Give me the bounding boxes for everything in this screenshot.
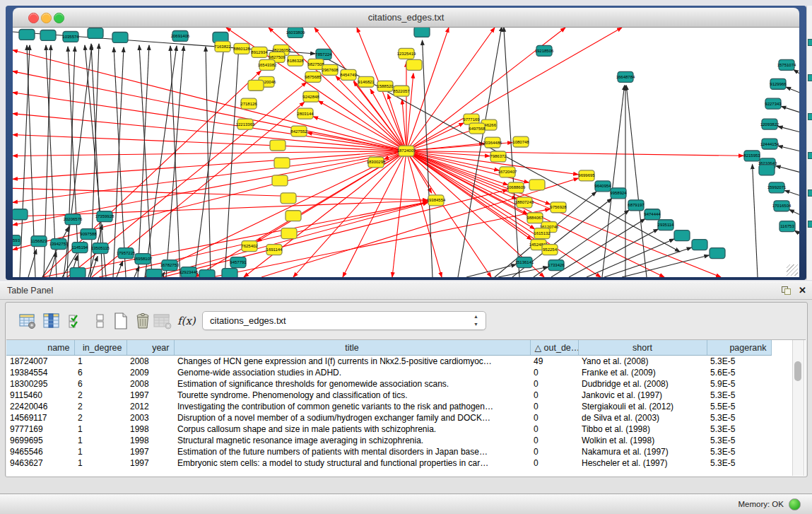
delete-table-icon[interactable] xyxy=(153,312,171,330)
table-row[interactable]: 1830029562008Estimation of significance … xyxy=(6,378,771,390)
table-cell: 0 xyxy=(530,446,578,457)
network-node[interactable] xyxy=(710,248,725,259)
trash-icon[interactable] xyxy=(134,312,152,330)
table-cell: 14569117 xyxy=(6,412,74,424)
table-cell: 9115460 xyxy=(6,390,74,401)
stacked-boxes-icon[interactable] xyxy=(91,312,110,330)
network-node-label: 9474444 xyxy=(644,212,661,216)
network-edge xyxy=(781,106,799,112)
network-node-label: 2935114 xyxy=(658,223,675,227)
network-node[interactable] xyxy=(272,175,288,186)
scrollbar-thumb[interactable] xyxy=(794,361,801,381)
table-column-icon[interactable] xyxy=(42,312,61,330)
network-edge xyxy=(163,189,507,277)
network-edge xyxy=(794,69,799,73)
network-node[interactable] xyxy=(674,230,690,241)
network-node-label: 1733426 xyxy=(548,263,565,267)
network-node-label: 20206576 xyxy=(64,217,83,221)
column-header-in_degree[interactable]: in_degree xyxy=(74,340,126,356)
table-cell: 9465546 xyxy=(6,446,74,457)
table-select-dropdown[interactable]: citations_edges.txt ▲▼ xyxy=(202,311,486,330)
table-scrollbar[interactable] xyxy=(792,340,804,476)
network-window-titlebar[interactable]: citations_edges.txt xyxy=(13,8,799,28)
column-header-title[interactable]: title xyxy=(174,340,530,356)
network-node[interactable] xyxy=(222,269,237,277)
network-node-label: 20364486 xyxy=(483,141,502,145)
network-canvas[interactable]: 1872400710355742069140616033809785722488… xyxy=(13,28,799,277)
network-node[interactable] xyxy=(270,140,286,151)
table-row[interactable]: 977716911998Corpus callosum shape and si… xyxy=(6,424,771,435)
network-node-label: 15136141 xyxy=(515,260,534,264)
network-node-label: 9227343 xyxy=(765,102,782,106)
network-edge xyxy=(778,146,799,151)
network-node-label: 8522057 xyxy=(393,89,410,93)
network-node[interactable] xyxy=(414,28,430,37)
network-node-label: 9457791 xyxy=(230,260,247,264)
new-document-icon[interactable] xyxy=(112,312,130,330)
row-checks-icon[interactable] xyxy=(67,312,86,330)
table-cell: 5.3E-5 xyxy=(707,390,771,401)
network-edge xyxy=(406,28,622,151)
table-cell: 9699695 xyxy=(6,435,74,446)
network-node[interactable] xyxy=(248,80,264,90)
column-header-short[interactable]: short xyxy=(578,340,707,356)
close-panel-icon[interactable]: ✕ xyxy=(799,285,806,296)
float-panel-icon[interactable] xyxy=(782,286,791,295)
table-cell: Embryonic stem cells: a model to study s… xyxy=(174,457,530,469)
table-cell: 2 xyxy=(74,390,126,401)
table-cell: 2003 xyxy=(126,412,174,424)
network-node-label: 6497568 xyxy=(469,127,486,131)
table-panel: Table Panel ✕ xyxy=(0,281,812,493)
table-row[interactable]: 969969511998Structural magnetic resonanc… xyxy=(6,435,771,446)
network-node[interactable] xyxy=(406,59,422,70)
network-node[interactable] xyxy=(692,240,707,250)
network-edge xyxy=(212,209,550,277)
network-node[interactable] xyxy=(759,165,775,175)
table-cell: 0 xyxy=(530,412,578,424)
table-settings-icon[interactable] xyxy=(18,312,37,330)
column-header-name[interactable]: name xyxy=(6,340,74,356)
table-cell: 0 xyxy=(530,367,578,378)
table-row[interactable]: 1456911722003Disruption of a novel membe… xyxy=(6,412,771,424)
network-edge xyxy=(753,164,758,277)
table-row[interactable]: 946554611997Estimation of the future num… xyxy=(6,446,771,457)
table-row[interactable]: 1938455462009Genome-wide association stu… xyxy=(6,367,771,378)
network-node-label: 9146821 xyxy=(358,80,375,84)
network-node[interactable] xyxy=(281,228,297,239)
network-node-label: 12923446 xyxy=(180,270,199,274)
function-icon[interactable]: f(x) xyxy=(177,312,196,330)
network-edge xyxy=(134,267,139,277)
memory-status-indicator[interactable] xyxy=(789,498,801,510)
network-node[interactable] xyxy=(199,270,215,277)
network-node[interactable] xyxy=(286,211,301,221)
table-row[interactable]: 1872400712008Changes of HCN gene express… xyxy=(6,356,771,368)
network-node-label: 12325419 xyxy=(397,52,416,56)
network-node[interactable] xyxy=(19,29,35,40)
table-cell: 2 xyxy=(74,412,126,424)
network-window: citations_edges.txt 18724007103557420691… xyxy=(6,6,806,280)
table-row[interactable]: 2242004622012Investigating the contribut… xyxy=(6,401,771,412)
network-node-label: 1035574 xyxy=(62,35,79,39)
network-node[interactable] xyxy=(529,180,545,190)
network-node[interactable] xyxy=(70,268,86,277)
table-row[interactable]: 911546021997Tourette syndrome. Phenomeno… xyxy=(6,390,771,401)
table-row[interactable]: 946362711997Embryonic stem cells: a mode… xyxy=(6,457,771,469)
network-edge xyxy=(114,47,126,277)
network-node-label: 116753 xyxy=(780,224,794,228)
column-header-year[interactable]: year xyxy=(126,340,174,356)
network-node[interactable] xyxy=(40,30,56,40)
network-edge xyxy=(138,45,149,277)
network-node[interactable] xyxy=(146,269,162,277)
resize-grip-icon[interactable] xyxy=(787,264,798,276)
network-node-label: 16958107 xyxy=(134,257,153,261)
network-node-label: 16720407 xyxy=(498,170,517,174)
column-header-out_de[interactable]: △ out_de… xyxy=(530,340,578,356)
network-node[interactable] xyxy=(88,28,103,38)
network-node[interactable] xyxy=(281,193,296,204)
column-header-pagerank[interactable]: pagerank xyxy=(707,340,771,356)
network-node[interactable] xyxy=(274,158,290,168)
network-edge xyxy=(776,166,799,173)
network-node[interactable] xyxy=(13,209,28,220)
network-node[interactable] xyxy=(112,32,128,42)
table-cell: 5.3E-5 xyxy=(707,356,771,368)
